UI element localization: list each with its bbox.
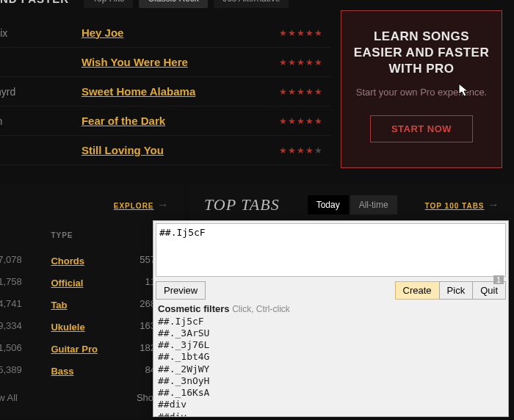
section-title-fragment: ND FASTER: [0, 0, 69, 5]
arrow-icon: →: [488, 198, 499, 211]
view-all-row: ew All Show A: [0, 382, 169, 408]
type-link-chords[interactable]: Chords: [51, 256, 84, 267]
cosmetic-filters-hint: Click, Ctrl-click: [232, 304, 290, 314]
song-list: ndrix Hey Joe ★★★★★ yd Wish You Were Her…: [0, 18, 330, 165]
tab-classic-rock[interactable]: Classic Rock: [139, 0, 207, 8]
song-title-link[interactable]: Sweet Home Alabama: [82, 85, 195, 98]
type-row: 04,741 Tab 268,86: [0, 294, 169, 316]
filter-item[interactable]: ##.Ij5cF: [158, 316, 504, 327]
song-row: yd Wish You Were Here ★★★★★: [0, 48, 330, 77]
rating-stars: ★★★★★: [267, 48, 330, 77]
type-row: 89,334 Ukulele 163,14: [0, 316, 169, 338]
filter-item[interactable]: ##div: [158, 399, 504, 410]
type-row: 25,389 Bass 84,50: [0, 360, 169, 382]
rating-stars: ★★★★★: [267, 106, 330, 136]
filter-item[interactable]: ##._16KsA: [158, 387, 504, 399]
arrow-icon: →: [157, 198, 169, 211]
tab-top-hits[interactable]: Top Hits: [84, 0, 133, 8]
filter-item[interactable]: ##._1bt4G: [158, 351, 504, 363]
song-row: ns Still Loving You ★★★★★: [0, 136, 330, 165]
type-row: 01,758 Official 11,38: [0, 272, 169, 294]
filter-item[interactable]: ##._3ArSU: [158, 327, 504, 339]
count-cell: 25,389: [0, 364, 51, 377]
time-tab-alltime[interactable]: All-time: [350, 195, 397, 214]
promo-box: LEARN SONGS EASIER AND FASTER WITH PRO S…: [341, 10, 502, 168]
filter-item[interactable]: ##._3nOyH: [158, 375, 504, 387]
promo-headline: LEARN SONGS EASIER AND FASTER WITH PRO: [353, 29, 490, 77]
pick-button[interactable]: Pick: [439, 281, 474, 300]
start-now-button[interactable]: START NOW: [370, 115, 473, 142]
artist-name: ns: [0, 136, 74, 165]
type-row: 07,078 Chords 557,41: [0, 250, 169, 272]
genre-tabs: Top Hits Classic Rock 90s Alternative: [84, 0, 289, 8]
rating-stars: ★★★★★: [267, 18, 330, 48]
top-100-link[interactable]: TOP 100 TABS: [425, 202, 485, 210]
song-row: kynyrd Sweet Home Alabama ★★★★★: [0, 77, 330, 106]
type-link-guitar-pro[interactable]: Guitar Pro: [51, 344, 98, 355]
panel-title: TOP TABS: [204, 195, 280, 214]
count-cell: 07,078: [0, 254, 51, 267]
filter-item[interactable]: ##._3j76L: [158, 339, 504, 351]
filter-item[interactable]: ##._2WjWY: [158, 363, 504, 375]
tab-90s-alternative[interactable]: 90s Alternative: [214, 0, 289, 8]
type-column-header: TYPE: [51, 231, 127, 245]
selector-textarea[interactable]: [156, 223, 506, 277]
element-picker-dialog: 1 Preview Create Pick Quit Cosmetic filt…: [153, 220, 509, 417]
promo-subtext: Start your own Pro experience.: [353, 86, 490, 99]
preview-button[interactable]: Preview: [156, 281, 206, 300]
artist-name: den: [0, 106, 74, 136]
match-count-badge: 1: [493, 275, 504, 284]
view-all-link[interactable]: ew All: [0, 392, 51, 403]
artist-name: ndrix: [0, 18, 74, 48]
song-title-link[interactable]: Hey Joe: [82, 26, 124, 39]
song-title-link[interactable]: Wish You Were Here: [82, 56, 188, 68]
filter-item[interactable]: ##div: [158, 411, 504, 416]
count-cell: 81,506: [0, 342, 51, 355]
song-title-link[interactable]: Fear of the Dark: [82, 115, 165, 127]
count-cell: 01,758: [0, 276, 51, 289]
type-link-official[interactable]: Official: [51, 278, 83, 289]
song-row: ndrix Hey Joe ★★★★★: [0, 18, 330, 48]
type-link-ukulele[interactable]: Ukulele: [51, 322, 84, 333]
rating-stars: ★★★★★: [267, 77, 330, 106]
song-title-link[interactable]: Still Loving You: [82, 144, 164, 156]
count-cell: 89,334: [0, 320, 51, 333]
time-tab-today[interactable]: Today: [308, 195, 349, 214]
count-cell: 04,741: [0, 298, 51, 311]
type-row: 81,506 Guitar Pro 182,38: [0, 338, 169, 360]
type-link-tab[interactable]: Tab: [51, 300, 67, 311]
rating-stars: ★★★★★: [267, 136, 330, 165]
song-row: den Fear of the Dark ★★★★★: [0, 106, 330, 136]
artist-name: yd: [0, 48, 74, 77]
explore-link[interactable]: EXPLORE: [114, 202, 154, 210]
time-tabs: Today All-time: [308, 195, 397, 214]
type-link-bass[interactable]: Bass: [51, 366, 73, 377]
cosmetic-filter-list: ##.Ij5cF ##._3ArSU ##._3j76L ##._1bt4G #…: [153, 316, 508, 416]
cosmetic-filters-heading: Cosmetic filters: [158, 303, 230, 314]
create-button[interactable]: Create: [395, 281, 440, 300]
artist-name: kynyrd: [0, 77, 74, 106]
